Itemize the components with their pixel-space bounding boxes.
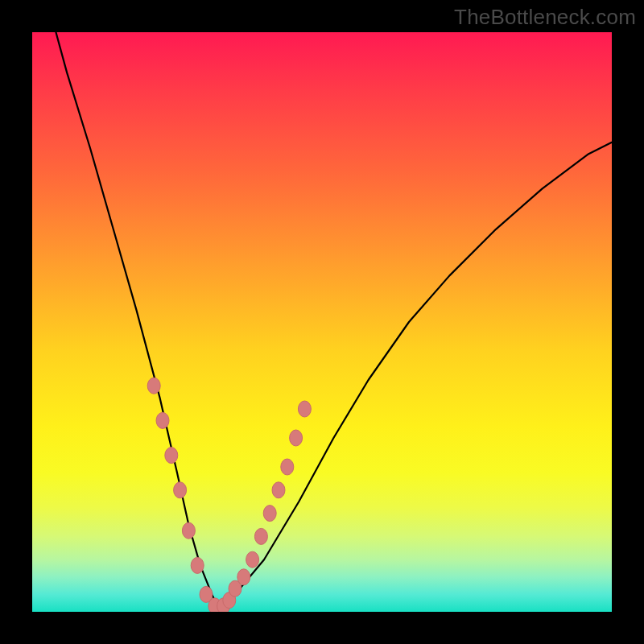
plot-area xyxy=(32,32,612,612)
highlight-marker xyxy=(246,551,259,568)
highlight-marker xyxy=(191,557,204,573)
highlight-marker xyxy=(281,459,294,475)
chart-svg xyxy=(32,32,612,612)
highlight-marker xyxy=(263,506,276,522)
watermark-text: TheBottleneck.com xyxy=(454,5,636,30)
highlight-marker xyxy=(237,569,250,585)
highlight-marker xyxy=(182,522,195,539)
highlight-markers xyxy=(147,378,311,612)
bottleneck-curve xyxy=(32,32,612,606)
highlight-marker xyxy=(156,412,169,428)
highlight-marker xyxy=(174,482,187,498)
highlight-marker xyxy=(290,430,303,446)
highlight-marker xyxy=(254,528,267,544)
chart-stage: TheBottleneck.com xyxy=(0,0,644,644)
highlight-marker xyxy=(165,448,178,464)
highlight-marker xyxy=(272,482,285,498)
highlight-marker xyxy=(147,378,160,394)
highlight-marker xyxy=(298,401,311,417)
